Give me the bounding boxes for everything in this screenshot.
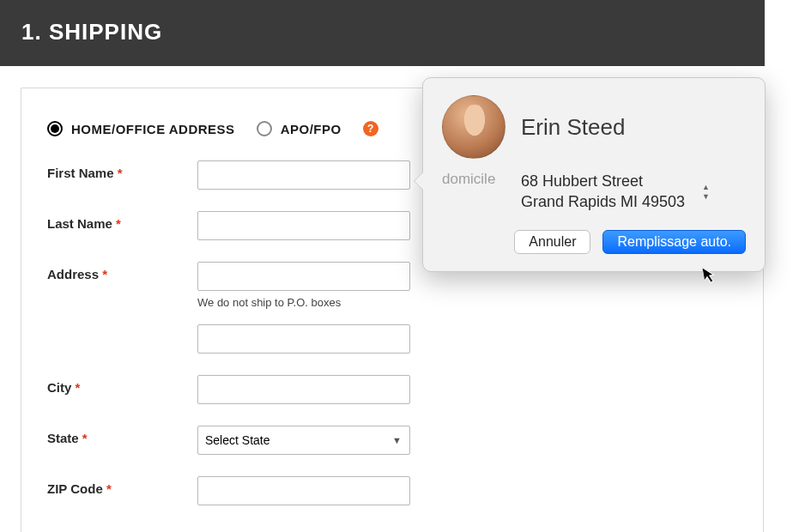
- label-first-name: First Name *: [47, 160, 197, 180]
- label-state: State *: [47, 426, 197, 445]
- cancel-button[interactable]: Annuler: [514, 230, 590, 254]
- row-zip: ZIP Code *: [47, 476, 737, 505]
- help-icon[interactable]: ?: [363, 121, 378, 136]
- state-select-wrap[interactable]: Select State ▼: [197, 426, 410, 455]
- address-hint: We do not ship to P.O. boxes: [197, 296, 410, 309]
- label-last-name: Last Name *: [47, 211, 197, 231]
- label-zip: ZIP Code *: [47, 476, 197, 496]
- address-type-label: domicile: [442, 171, 511, 188]
- radio-home-office[interactable]: HOME/OFFICE ADDRESS: [47, 121, 235, 136]
- radio-apo-fpo-label: APO/FPO: [281, 122, 342, 136]
- chevron-down-icon: ▼: [702, 192, 710, 201]
- zip-input[interactable]: [197, 476, 410, 505]
- label-city: City *: [47, 375, 197, 395]
- autofill-popover: Erin Steed domicile 68 Hubbert Street Gr…: [422, 77, 766, 272]
- row-address: Address * We do not ship to P.O. boxes: [47, 262, 737, 354]
- contact-name: Erin Steed: [521, 114, 625, 141]
- radio-home-office-control[interactable]: [47, 121, 63, 136]
- radio-home-office-label: HOME/OFFICE ADDRESS: [71, 122, 235, 136]
- address-input[interactable]: [197, 262, 410, 291]
- address-stepper[interactable]: ▲ ▼: [702, 183, 710, 201]
- shipping-header: 1. SHIPPING: [0, 0, 765, 66]
- autofill-button[interactable]: Remplissage auto.: [602, 230, 746, 254]
- address-line2: Grand Rapids MI 49503: [521, 191, 685, 212]
- first-name-input[interactable]: [197, 160, 410, 190]
- state-select[interactable]: Select State: [197, 426, 410, 455]
- row-state: State * Select State ▼: [47, 426, 737, 455]
- address-lines: 68 Hubbert Street Grand Rapids MI 49503: [521, 171, 685, 213]
- contact-avatar: [442, 95, 505, 159]
- city-input[interactable]: [197, 375, 410, 404]
- label-address: Address *: [47, 262, 197, 281]
- chevron-up-icon: ▲: [702, 183, 710, 191]
- radio-apo-fpo[interactable]: APO/FPO: [257, 121, 342, 136]
- row-city: City *: [47, 375, 737, 404]
- address2-input[interactable]: [197, 324, 410, 354]
- header-title: 1. SHIPPING: [21, 19, 162, 45]
- address-line1: 68 Hubbert Street: [521, 171, 685, 191]
- last-name-input[interactable]: [197, 211, 410, 240]
- radio-apo-fpo-control[interactable]: [257, 121, 272, 136]
